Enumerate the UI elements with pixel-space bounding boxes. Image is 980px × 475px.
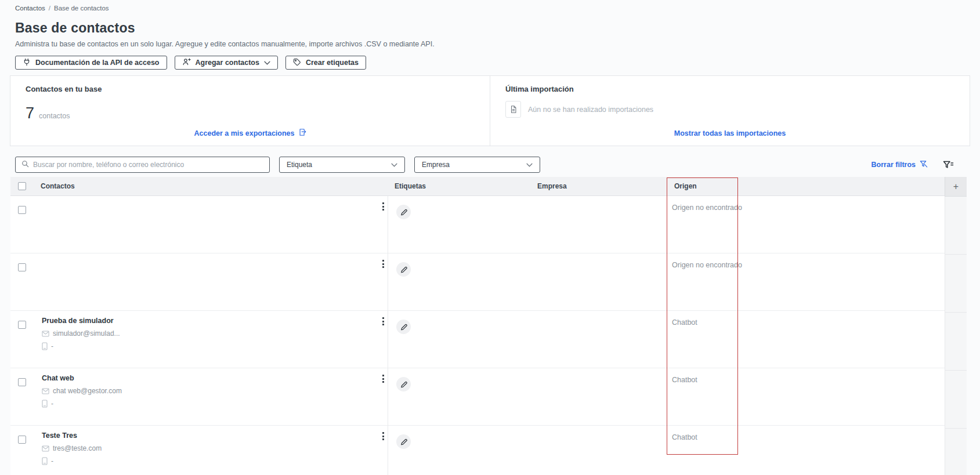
document-icon (505, 101, 521, 118)
clear-filters-label: Borrar filtros (871, 161, 916, 169)
show-all-imports-label: Mostrar todas las importaciones (674, 129, 786, 137)
column-header-origin: Origen (674, 177, 697, 196)
contacts-page: Contactos / Base de contactos Base de co… (0, 0, 980, 475)
table-row: Origen no encontrado (10, 196, 945, 253)
tag-filter-label: Etiqueta (287, 161, 312, 169)
kebab-menu-icon[interactable] (378, 372, 388, 385)
contacts-count-label: contactos (39, 112, 70, 120)
person-add-icon (182, 57, 191, 68)
contact-info: Prueba de simulador simulador@simulad...… (42, 317, 120, 350)
summary-card: Contactos en tu base 7 contactos Acceder… (10, 75, 970, 146)
contact-email-line: chat web@gestor.com (42, 387, 122, 395)
breadcrumb-current-page: Base de contactos (54, 5, 109, 12)
row-checkbox[interactable] (18, 263, 26, 271)
chevron-down-icon (264, 59, 270, 67)
table-body: Origen no encontrado Origen no encontrad (10, 196, 967, 475)
phone-icon (42, 400, 48, 408)
contact-info: Teste Tres tres@teste.com - (42, 432, 102, 465)
search-box (15, 157, 270, 173)
kebab-menu-icon[interactable] (378, 315, 388, 328)
page-title: Base de contactos (15, 20, 965, 36)
clear-filters-link[interactable]: Borrar filtros (871, 159, 928, 170)
row-checkbox[interactable] (18, 321, 26, 329)
show-all-imports-link[interactable]: Mostrar todas las importaciones (674, 129, 786, 137)
import-empty-message: Aún no se han realizado importaciones (528, 106, 653, 114)
origin-value: Chatbot (672, 376, 697, 384)
table-row: Chat web chat web@gestor.com - Chatbot (10, 368, 945, 426)
contact-email-line: simulador@simulad... (42, 329, 120, 338)
edit-tags-button[interactable] (396, 377, 411, 391)
edit-tags-button[interactable] (396, 320, 411, 334)
contact-phone-line: - (42, 342, 120, 350)
edit-tags-button[interactable] (396, 205, 411, 219)
export-icon (298, 128, 306, 138)
plug-icon (23, 58, 31, 68)
contacts-count-card: Contactos en tu base 7 contactos Acceder… (10, 76, 490, 146)
action-buttons: Documentación de la API de acceso Agrega… (15, 56, 965, 70)
add-column-button[interactable]: + (945, 177, 967, 197)
email-icon (42, 388, 49, 394)
create-tags-button[interactable]: Crear etiquetas (285, 56, 366, 70)
contacts-count-row: 7 contactos (26, 104, 475, 122)
origin-value: Chatbot (672, 318, 697, 327)
last-import-card: Última importación Aún no se han realiza… (490, 76, 970, 146)
api-docs-button[interactable]: Documentación de la API de acceso (15, 56, 167, 70)
origin-value: Origen no encontrado (672, 204, 742, 212)
company-filter-label: Empresa (422, 161, 450, 169)
import-empty-row: Aún no se han realizado importaciones (505, 101, 954, 118)
column-header-contacts: Contactos (41, 177, 75, 196)
email-icon (42, 445, 49, 452)
column-divider (388, 196, 388, 253)
exports-link[interactable]: Acceder a mis exportaciones (194, 128, 306, 138)
chevron-down-icon (526, 161, 533, 169)
kebab-menu-icon[interactable] (378, 200, 388, 213)
filter-list-icon[interactable] (943, 160, 954, 170)
breadcrumb-contactos[interactable]: Contactos (15, 5, 45, 12)
search-input[interactable] (33, 161, 263, 169)
exports-link-label: Acceder a mis exportaciones (194, 129, 295, 137)
table-row: Teste Tres tres@teste.com - Chatbot (10, 426, 945, 475)
tag-icon (293, 58, 301, 68)
filter-clear-icon (919, 159, 928, 170)
column-header-tags: Etiquetas (395, 177, 426, 196)
create-tags-button-label: Crear etiquetas (306, 59, 359, 67)
filter-bar: Etiqueta Empresa Borrar filtros (15, 157, 967, 173)
column-divider (388, 311, 388, 368)
table-header: Contactos Etiquetas Empresa Origen (10, 177, 945, 196)
origin-value: Origen no encontrado (672, 261, 742, 269)
contact-name[interactable]: Teste Tres (42, 432, 102, 440)
row-checkbox[interactable] (18, 436, 26, 444)
edit-tags-button[interactable] (396, 434, 411, 449)
api-docs-button-label: Documentación de la API de acceso (35, 59, 160, 67)
column-divider (388, 253, 388, 311)
phone-icon (42, 457, 48, 465)
edit-tags-button[interactable] (396, 262, 411, 277)
tag-filter-select[interactable]: Etiqueta (279, 157, 405, 173)
kebab-menu-icon[interactable] (378, 258, 388, 270)
select-all-checkbox[interactable] (18, 182, 26, 190)
row-checkbox[interactable] (18, 206, 26, 214)
contact-email: chat web@gestor.com (53, 387, 122, 395)
contact-email: tres@teste.com (53, 444, 102, 452)
add-contacts-button[interactable]: Agregar contactos (175, 56, 278, 70)
contacts-count: 7 (26, 104, 34, 122)
table-row: Prueba de simulador simulador@simulad...… (10, 311, 945, 368)
kebab-menu-icon[interactable] (378, 430, 388, 443)
contact-email-line: tres@teste.com (42, 444, 102, 452)
contacts-table: Contactos Etiquetas Empresa Origen + (10, 177, 967, 475)
phone-icon (42, 342, 48, 350)
row-checkbox[interactable] (18, 378, 26, 386)
column-divider (388, 368, 388, 426)
contact-phone-line: - (42, 457, 102, 465)
breadcrumb: Contactos / Base de contactos (15, 5, 965, 12)
contact-name[interactable]: Chat web (42, 374, 122, 382)
contacts-card-title: Contactos en tu base (26, 85, 475, 93)
company-filter-select[interactable]: Empresa (414, 157, 540, 173)
contact-email: simulador@simulad... (53, 329, 120, 338)
contact-phone: - (51, 400, 53, 408)
column-divider (388, 426, 388, 475)
search-icon (21, 159, 29, 170)
contact-name[interactable]: Prueba de simulador (42, 317, 120, 325)
import-card-title: Última importación (505, 85, 954, 93)
email-icon (42, 331, 49, 337)
